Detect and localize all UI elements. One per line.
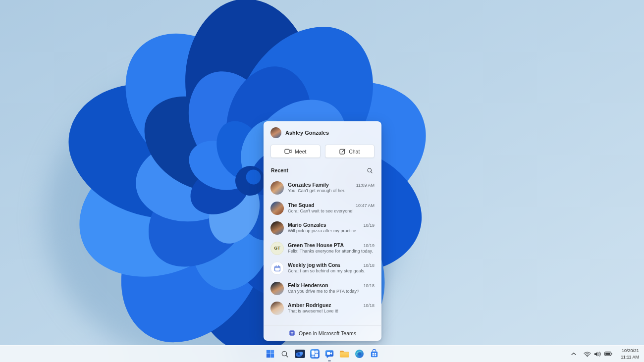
chat-avatar <box>270 282 284 295</box>
taskbar-overflow-button[interactable] <box>570 350 577 358</box>
widgets-icon <box>310 349 320 359</box>
camera-icon <box>284 149 292 154</box>
chat-avatar <box>270 221 284 235</box>
recent-chat-list: Gonzales Family 11:09 AM You: Can't get … <box>264 177 381 325</box>
search-icon <box>281 350 289 358</box>
flyout-header: Ashley Gonzales <box>264 122 381 143</box>
chat-name: Felix Henderson <box>288 282 360 288</box>
chat-preview: You: Can't get enough of her. <box>288 188 375 193</box>
chat-row-amber-rodriguez[interactable]: Amber Rodriguez 10/18 That is awesome! L… <box>267 299 378 319</box>
chat-time: 10/19 <box>363 243 375 248</box>
chat-time: 10:47 AM <box>356 203 375 208</box>
chat-time: 10/18 <box>363 263 375 268</box>
chat-avatar <box>270 181 284 195</box>
chat-button-label: Chat <box>349 149 360 155</box>
user-name: Ashley Gonzales <box>285 130 329 136</box>
teams-icon <box>289 330 295 336</box>
chat-time: 11:09 AM <box>356 183 375 188</box>
tray-date: 10/20/21 <box>621 348 639 354</box>
edge-icon <box>355 349 364 359</box>
chat-time: 10/19 <box>363 223 375 228</box>
chat-row-the-squad[interactable]: The Squad 10:47 AM Cora: Can't wait to s… <box>267 199 378 219</box>
chat-time: 10/18 <box>363 303 375 308</box>
chat-button[interactable]: Chat <box>325 145 375 158</box>
chat-preview: Can you drive me to the PTA today? <box>288 289 375 294</box>
chevron-up-icon <box>571 352 576 356</box>
edge-button[interactable] <box>352 347 366 361</box>
chat-preview: Cora: Can't wait to see everyone! <box>288 208 375 213</box>
flyout-actions: Meet Chat <box>264 143 381 159</box>
recent-label: Recent <box>271 167 288 173</box>
system-tray: 10/20/21 11:11 AM <box>570 346 641 362</box>
taskbar: 10/20/21 11:11 AM <box>0 345 644 362</box>
chat-row-mario-gonzales[interactable]: Mario Gonzales 10/19 Will pick up pizza … <box>267 218 378 239</box>
chat-name: Mario Gonzales <box>288 222 360 228</box>
chat-row-gonzales-family[interactable]: Gonzales Family 11:09 AM You: Can't get … <box>267 178 378 199</box>
microsoft-store-icon <box>370 349 379 359</box>
file-explorer-button[interactable] <box>337 347 351 361</box>
volume-icon <box>594 351 601 357</box>
microsoft-store-button[interactable] <box>367 347 381 361</box>
chat-row-felix-henderson[interactable]: Felix Henderson 10/18 Can you drive me t… <box>267 279 378 299</box>
wifi-icon <box>584 351 591 357</box>
windows-logo-icon <box>266 350 274 358</box>
chat-button-taskbar[interactable] <box>322 347 336 361</box>
compose-icon <box>339 148 346 155</box>
widgets-button[interactable] <box>308 347 322 361</box>
desktop: Ashley Gonzales Meet Chat Recent <box>0 0 644 362</box>
chat-name: Amber Rodriguez <box>288 302 360 308</box>
calendar-icon <box>270 261 284 275</box>
chat-preview: Will pick up pizza after my practice. <box>288 228 375 233</box>
chat-avatar-initials: GT <box>270 242 284 255</box>
tray-time: 11:11 AM <box>621 354 639 360</box>
chat-name: Green Tree House PTA <box>288 242 360 248</box>
recent-header: Recent <box>264 159 381 177</box>
battery-icon <box>604 352 612 356</box>
quick-settings-button[interactable] <box>582 349 614 359</box>
chat-preview: Felix: Thanks everyone for attending tod… <box>288 249 375 254</box>
open-in-teams-label: Open in Microsoft Teams <box>299 330 356 336</box>
user-avatar[interactable] <box>270 127 281 138</box>
chat-name: The Squad <box>288 202 353 208</box>
clock[interactable]: 10/20/21 11:11 AM <box>619 347 641 361</box>
teams-chat-flyout: Ashley Gonzales Meet Chat Recent <box>264 121 381 341</box>
chat-preview: That is awesome! Love it! <box>288 309 375 313</box>
chat-row-green-tree-house-pta[interactable]: GT Green Tree House PTA 10/19 Felix: Tha… <box>267 239 378 259</box>
open-in-teams-button[interactable]: Open in Microsoft Teams <box>264 325 381 340</box>
search-icon[interactable] <box>365 166 374 175</box>
chat-preview: Cora: I am so behind on my step goals. <box>288 268 375 273</box>
task-view-button[interactable] <box>293 347 307 361</box>
chat-row-weekly-jog[interactable]: Weekly jog with Cora 10/18 Cora: I am so… <box>267 259 378 279</box>
chat-name: Gonzales Family <box>288 182 353 188</box>
meet-button-label: Meet <box>295 149 306 155</box>
taskbar-center-icons <box>263 346 381 362</box>
teams-chat-icon <box>324 349 334 359</box>
task-view-icon <box>295 350 305 358</box>
chat-time: 10/18 <box>363 283 375 288</box>
chat-avatar <box>270 302 284 315</box>
chat-avatar <box>270 202 284 215</box>
folder-icon <box>339 350 349 358</box>
chat-name: Weekly jog with Cora <box>288 262 360 268</box>
start-button[interactable] <box>263 347 277 361</box>
search-button[interactable] <box>278 347 292 361</box>
meet-button[interactable]: Meet <box>270 145 321 158</box>
